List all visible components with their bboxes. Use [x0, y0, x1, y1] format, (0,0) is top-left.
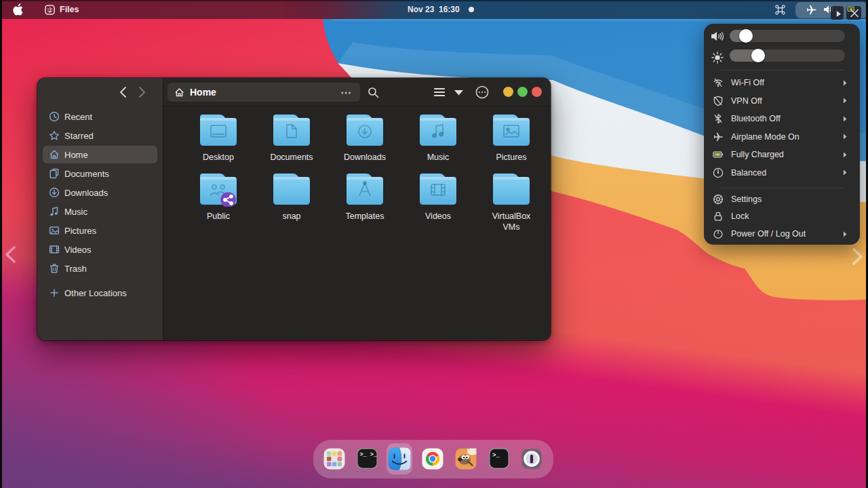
svg-text:>_ >_: >_ >_ [360, 451, 378, 458]
svg-text:>_: >_ [492, 452, 500, 459]
